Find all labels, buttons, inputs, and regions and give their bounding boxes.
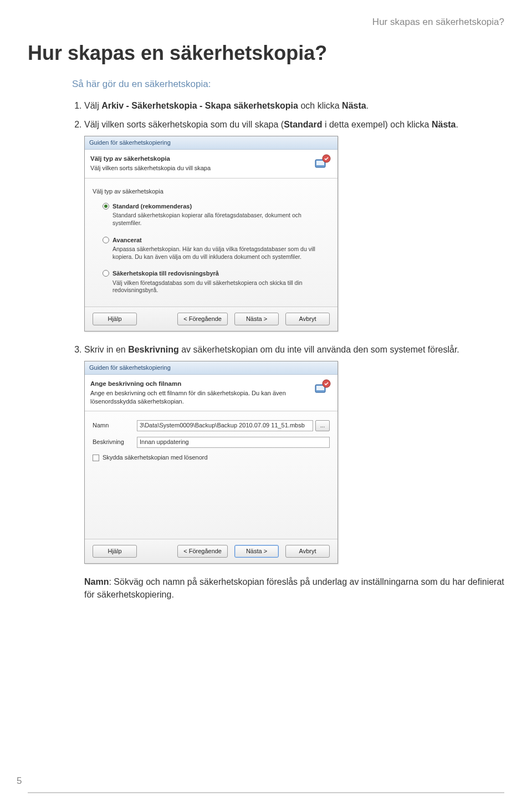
backup-icon (313, 379, 332, 396)
text: Välj vilken sorts säkerhetskopia som du … (84, 120, 284, 129)
dialog-header: Välj typ av säkerhetskopia Välj vilken s… (85, 150, 337, 178)
desc-input[interactable]: Innan uppdatering (137, 437, 330, 448)
next-button[interactable]: Nästa > (234, 313, 279, 325)
desc-label: Beskrivning (93, 438, 137, 446)
browse-button[interactable]: ... (315, 420, 330, 431)
checkbox-icon[interactable] (93, 455, 99, 461)
desc-field-row: Beskrivning Innan uppdatering (93, 437, 330, 448)
text: . (366, 101, 369, 110)
bold-text: Standard (284, 120, 322, 129)
step-1: Välj Arkiv - Säkerhetskopia - Skapa säke… (84, 100, 504, 112)
svg-rect-4 (316, 386, 324, 390)
option-label: Standard (rekommenderas) (112, 202, 192, 211)
page-number: 5 (17, 776, 22, 787)
text: Skriv in en (84, 345, 128, 354)
bold-text: Nästa (432, 120, 456, 129)
intro-text: Så här gör du en säkerhetskopia: (72, 79, 504, 90)
option-desc: Välj vilken företagsdatabas som du vill … (112, 279, 330, 294)
steps-list: Välj Arkiv - Säkerhetskopia - Skapa säke… (72, 100, 504, 601)
footnote-text: : Sökväg och namn på säkerhetskopian för… (84, 577, 504, 599)
dialog-footer: Hjälp < Föregående Nästa > Avbryt (85, 307, 337, 331)
footnote: Namn: Sökväg och namn på säkerhetskopian… (84, 576, 504, 601)
radio-icon[interactable] (103, 203, 109, 210)
option-label: Avancerat (112, 236, 142, 244)
bold-text: Arkiv - Säkerhetskopia - Skapa säkerhets… (101, 101, 298, 110)
radio-icon[interactable] (103, 237, 109, 243)
dialog-titlebar: Guiden för säkerhetskopiering (85, 136, 337, 150)
cancel-button[interactable]: Avbryt (285, 313, 330, 325)
protect-label: Skydda säkerhetskopian med lösenord (103, 453, 208, 462)
footer-rule (28, 792, 504, 793)
dialog-footer: Hjälp < Föregående Nästa > Avbryt (85, 539, 337, 563)
svg-rect-1 (316, 161, 324, 165)
option-desc: Standard säkerhetskopian kopierar alla f… (112, 212, 330, 227)
dialog-subheading: Välj vilken sorts säkerhetskopia du vill… (90, 164, 308, 172)
cancel-button[interactable]: Avbryt (285, 545, 330, 558)
text: och klicka (298, 101, 342, 110)
name-label: Namn (93, 421, 137, 430)
backup-wizard-dialog-name: Guiden för säkerhetskopiering Ange beskr… (84, 361, 338, 564)
next-button[interactable]: Nästa > (234, 545, 279, 558)
dialog-body: Namn 3\Data\System0009\Backup\Backup 201… (85, 411, 337, 539)
option-desc: Anpassa säkerhetskopian. Här kan du välj… (112, 246, 330, 261)
text: i detta exempel) och klicka (323, 120, 432, 129)
dialog-heading: Ange beskrivning och filnamn (90, 379, 308, 388)
step-3: Skriv in en Beskrivning av säkerhetskopi… (84, 344, 504, 601)
text: . (456, 120, 458, 129)
step-2: Välj vilken sorts säkerhetskopia som du … (84, 119, 504, 331)
radio-icon[interactable] (103, 270, 109, 277)
document-page: Hur skapas en säkerhetskopia? Hur skapas… (0, 0, 532, 801)
backup-wizard-dialog-type: Guiden för säkerhetskopiering Välj typ a… (84, 136, 338, 332)
option-accountant[interactable]: Säkerhetskopia till redovisningsbyrå Väl… (103, 269, 330, 294)
name-input[interactable]: 3\Data\System0009\Backup\Backup 2010.07.… (137, 420, 313, 431)
dialog-header: Ange beskrivning och filnamn Ange en bes… (85, 375, 337, 411)
section-label: Välj typ av säkerhetskopia (93, 187, 330, 196)
dialog-subheading: Ange en beskrivning och ett filnamn för … (90, 389, 308, 405)
help-button[interactable]: Hjälp (93, 313, 137, 325)
bold-text: Nästa (342, 101, 366, 110)
help-button[interactable]: Hjälp (93, 545, 137, 558)
page-title: Hur skapas en säkerhetskopia? (28, 42, 504, 65)
protect-checkbox-row[interactable]: Skydda säkerhetskopian med lösenord (93, 453, 330, 462)
text: av säkerhetskopian om du inte vill använ… (179, 345, 459, 354)
footnote-label: Namn (84, 577, 109, 586)
option-advanced[interactable]: Avancerat Anpassa säkerhetskopian. Här k… (103, 236, 330, 261)
prev-button[interactable]: < Föregående (177, 313, 228, 325)
content-area: Så här gör du en säkerhetskopia: Välj Ar… (28, 79, 504, 601)
text: Välj (84, 101, 101, 110)
option-standard[interactable]: Standard (rekommenderas) Standard säkerh… (103, 202, 330, 227)
bold-text: Beskrivning (128, 345, 179, 354)
dialog-body: Välj typ av säkerhetskopia Standard (rek… (85, 178, 337, 307)
prev-button[interactable]: < Föregående (177, 545, 228, 558)
name-field-row: Namn 3\Data\System0009\Backup\Backup 201… (93, 420, 330, 431)
dialog-heading: Välj typ av säkerhetskopia (90, 154, 308, 163)
running-head: Hur skapas en säkerhetskopia? (28, 17, 504, 28)
backup-icon (313, 154, 332, 171)
option-label: Säkerhetskopia till redovisningsbyrå (112, 269, 219, 278)
dialog-titlebar: Guiden för säkerhetskopiering (85, 361, 337, 375)
